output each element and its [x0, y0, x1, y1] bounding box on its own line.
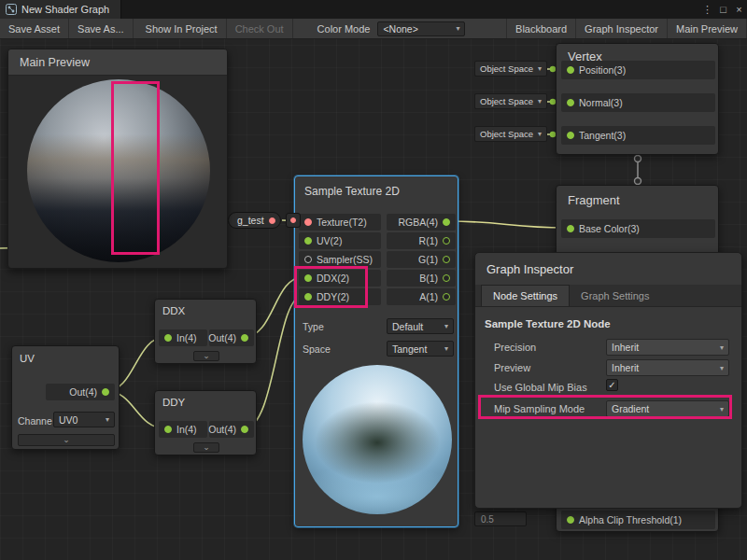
main-preview-toggle-button[interactable]: Main Preview — [668, 19, 747, 38]
position-port[interactable] — [567, 66, 574, 74]
r-output-port[interactable] — [443, 237, 450, 245]
ddx-in-port[interactable] — [164, 334, 172, 342]
uv-collapse-chevron[interactable]: ⌄ — [18, 434, 115, 446]
output-slot-b[interactable]: B(1) — [387, 270, 456, 287]
save-as-button[interactable]: Save As... — [69, 19, 134, 38]
save-asset-button[interactable]: Save Asset — [0, 19, 69, 38]
ddy-out-label: Out(4) — [208, 424, 236, 435]
vertex-slot-normal[interactable]: Normal(3) — [561, 93, 715, 112]
b-output-port[interactable] — [443, 274, 450, 282]
blackboard-label: Blackboard — [515, 23, 567, 35]
input-slot-sampler[interactable]: Sampler(SS) — [299, 251, 381, 268]
output-slot-a[interactable]: A(1) — [387, 288, 456, 305]
basecolor-port[interactable] — [567, 225, 574, 232]
precision-dropdown[interactable]: Inherit ▾ — [606, 339, 729, 356]
mip-mode-label: Mip Sampling Mode — [494, 403, 585, 414]
uv-out-port[interactable] — [102, 388, 109, 396]
mip-bias-checkbox[interactable]: ✓ — [606, 379, 618, 391]
main-preview-sphere — [27, 79, 210, 262]
main-preview-panel[interactable]: Main Preview — [7, 49, 228, 269]
save-asset-label: Save Asset — [8, 23, 60, 35]
ddy-out-port[interactable] — [241, 426, 248, 433]
output-slot-rgba[interactable]: RGBA(4) — [387, 214, 456, 231]
ddy-in-slot[interactable]: In(4) — [159, 421, 207, 438]
rgba-output-port[interactable] — [443, 218, 450, 226]
type-label: Type — [303, 321, 324, 332]
window-close-icon[interactable]: × — [731, 0, 747, 19]
ddy-in-port[interactable] — [164, 426, 172, 433]
fragment-slot-basecolor[interactable]: Base Color(3) — [561, 219, 715, 238]
alphaclip-default-value[interactable]: 0.5 — [474, 511, 527, 526]
a-output-port[interactable] — [443, 293, 450, 301]
mip-mode-value: Gradient — [612, 403, 649, 414]
property-output-port[interactable] — [269, 217, 275, 224]
main-preview-header[interactable]: Main Preview — [8, 49, 227, 76]
alphaclip-port[interactable] — [567, 516, 574, 524]
preview-dropdown[interactable]: Inherit ▾ — [606, 359, 729, 376]
color-mode-label: Color Mode — [293, 19, 378, 38]
preview-label: Preview — [494, 362, 530, 373]
property-node-gtest[interactable]: g_test — [228, 212, 281, 229]
uv-node[interactable]: UV Out(4) Channe UV0 ▾ ⌄ — [11, 345, 120, 450]
input-slot-texture[interactable]: Texture(T2) — [299, 214, 381, 231]
window-menu-icon[interactable]: ⋮ — [699, 0, 715, 19]
ddy-node[interactable]: DDY In(4) Out(4) ⌄ — [154, 390, 257, 455]
graph-inspector-toggle-button[interactable]: Graph Inspector — [576, 19, 668, 38]
tab-graph-settings[interactable]: Graph Settings — [570, 285, 660, 306]
window-maximize-icon[interactable]: □ — [715, 0, 731, 19]
ddx-out-slot[interactable]: Out(4) — [209, 329, 254, 346]
object-space-dropdown-3[interactable]: Object Space ▾ — [474, 126, 547, 142]
fragment-slot-alphaclip[interactable]: Alpha Clip Threshold(1) — [561, 511, 715, 529]
uv-input-port[interactable] — [304, 237, 312, 245]
sample-texture-2d-node[interactable]: Sample Texture 2D Texture(T2) UV(2) Samp… — [294, 175, 458, 527]
tangent-port[interactable] — [567, 132, 574, 139]
ddx-in-slot[interactable]: In(4) — [159, 329, 207, 346]
type-dropdown[interactable]: Default ▾ — [387, 318, 454, 334]
wire-rgba-to-basecolor[interactable] — [448, 221, 565, 228]
tab-node-settings[interactable]: Node Settings — [481, 285, 570, 306]
ddy-node-title: DDY — [162, 397, 185, 408]
object-space-dropdown-2[interactable]: Object Space ▾ — [474, 93, 547, 109]
object-space-dropdown-1[interactable]: Object Space ▾ — [474, 61, 547, 77]
ddx-collapse-chevron[interactable]: ⌄ — [193, 351, 219, 361]
mip-mode-dropdown[interactable]: Gradient ▾ — [606, 400, 729, 417]
vertex-node[interactable]: Vertex Position(3) Normal(3) Tangent(3) — [556, 43, 719, 155]
ddy-out-slot[interactable]: Out(4) — [209, 421, 254, 438]
uv-channel-dropdown[interactable]: UV0 ▾ — [53, 412, 115, 427]
document-tab[interactable]: New Shader Graph — [0, 0, 121, 19]
check-out-button[interactable]: Check Out — [227, 19, 293, 38]
document-tab-title: New Shader Graph — [21, 4, 109, 15]
input-slot-uv[interactable]: UV(2) — [299, 232, 381, 249]
toolbar: Save Asset Save As... Show In Project Ch… — [0, 19, 747, 39]
show-in-project-button[interactable]: Show In Project — [137, 19, 227, 38]
output-slot-g[interactable]: G(1) — [387, 251, 456, 268]
input-slot-ddy[interactable]: DDY(2) — [299, 288, 381, 305]
tangent-label: Tangent(3) — [579, 130, 626, 141]
sampler-input-port[interactable] — [304, 256, 312, 263]
shader-graph-icon — [6, 4, 17, 15]
color-mode-dropdown[interactable]: <None> ▾ — [377, 21, 465, 36]
graph-inspector-panel[interactable]: Graph Inspector Node Settings Graph Sett… — [474, 252, 742, 509]
space-dropdown[interactable]: Tangent ▾ — [387, 341, 454, 357]
dropdown-arrow-icon: ▾ — [538, 130, 542, 138]
uv-out-slot[interactable]: Out(4) — [46, 384, 115, 400]
blackboard-toggle-button[interactable]: Blackboard — [506, 19, 576, 38]
ddx-out-port[interactable] — [241, 334, 248, 342]
b-output-label: B(1) — [419, 273, 438, 284]
fragment-stack-dot — [635, 178, 641, 185]
ddy-input-port[interactable] — [304, 293, 312, 301]
node-preview-sphere — [303, 365, 452, 514]
texture-input-port[interactable] — [304, 218, 312, 226]
g-output-port[interactable] — [443, 256, 450, 263]
ddx-node[interactable]: DDX In(4) Out(4) ⌄ — [154, 299, 257, 364]
vertex-slot-position[interactable]: Position(3) — [561, 61, 715, 79]
output-slot-r[interactable]: R(1) — [387, 232, 456, 249]
property-port-box[interactable] — [286, 213, 301, 228]
input-slot-ddx[interactable]: DDX(2) — [299, 270, 381, 287]
normal-port[interactable] — [567, 99, 574, 106]
ddy-collapse-chevron[interactable]: ⌄ — [193, 442, 219, 453]
vertex-slot-tangent[interactable]: Tangent(3) — [561, 126, 715, 145]
property-port-dot[interactable] — [290, 217, 296, 223]
toolbar-spacer — [465, 19, 506, 38]
ddx-input-port[interactable] — [304, 274, 312, 282]
